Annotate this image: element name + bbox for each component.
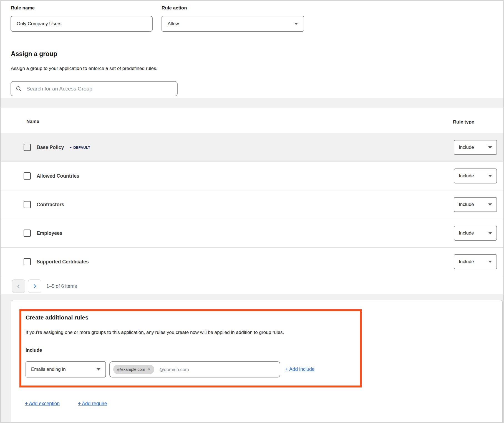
chevron-down-icon [488,261,492,263]
add-include-link[interactable]: + Add include [285,366,315,372]
include-value-input[interactable]: @example.com ✕ [109,361,280,377]
rule-type-value: Include [459,145,474,150]
rule-action-dropdown[interactable]: Allow [162,16,304,32]
name-column-header: Name [26,119,39,124]
chevron-down-icon [488,175,492,177]
table-row: EmployeesInclude [1,219,503,247]
rule-type-dropdown[interactable]: Include [454,226,497,241]
pagination-next-button[interactable] [28,280,41,293]
assign-group-description: Assign a group to your application to en… [11,66,157,71]
group-name-label: Employees [37,230,62,236]
chevron-down-icon [488,232,492,234]
group-table: Name Rule type Base Policy•DEFAULTInclud… [1,108,503,276]
chevron-down-icon [488,203,492,206]
group-name-label: Allowed Countries [37,173,79,179]
search-input[interactable] [26,85,173,92]
email-domain-chip: @example.com ✕ [113,365,154,374]
row-checkbox[interactable] [24,258,31,265]
bullet-icon: • [70,146,72,149]
pagination-prev-button[interactable] [12,280,25,293]
close-icon[interactable]: ✕ [148,367,150,371]
row-checkbox[interactable] [24,144,31,151]
rule-type-value: Include [459,202,474,207]
rule-type-value: Include [459,173,474,179]
chip-label: @example.com [117,367,145,372]
assign-group-heading: Assign a group [11,50,57,58]
additional-rules-card: Create additional rules If you're assign… [11,300,503,423]
chevron-right-icon [33,284,36,288]
add-require-link[interactable]: + Add require [78,401,107,407]
rule-type-column-header: Rule type [453,119,474,125]
rule-action-label: Rule action [162,5,187,11]
group-name-label: Supported Certificates [37,259,89,265]
table-row: Allowed CountriesInclude [1,162,503,190]
rule-type-value: Include [459,259,474,265]
row-checkbox[interactable] [24,172,31,180]
rule-name-input-field[interactable] [16,21,147,27]
group-table-rows: Base Policy•DEFAULTIncludeAllowed Countr… [1,133,503,276]
pagination-status: 1–5 of 6 items [46,283,77,289]
rule-type-dropdown[interactable]: Include [454,140,497,155]
default-badge-label: DEFAULT [73,145,90,150]
chevron-down-icon [294,23,298,25]
rule-type-dropdown[interactable]: Include [454,254,497,269]
access-rule-settings-page: Rule name Rule action Allow Assign a gro… [0,0,504,423]
row-checkbox[interactable] [24,201,31,208]
rule-type-dropdown[interactable]: Include [454,197,497,212]
group-table-header: Name Rule type [1,108,503,133]
include-selector-value: Emails ending in [31,367,66,372]
row-checkbox[interactable] [24,230,31,237]
add-exception-link[interactable]: + Add exception [25,401,60,407]
table-row: Supported CertificatesInclude [1,247,503,276]
search-icon [16,85,22,92]
table-row: ContractorsInclude [1,190,503,219]
include-selector-dropdown[interactable]: Emails ending in [26,361,106,377]
include-label: Include [26,348,42,353]
chevron-down-icon [488,146,492,148]
default-badge: •DEFAULT [70,145,90,150]
table-row: Base Policy•DEFAULTInclude [1,133,503,162]
domain-input-field[interactable] [159,367,276,372]
additional-rules-heading: Create additional rules [26,314,88,321]
group-name-label: Contractors [37,202,64,208]
rule-name-input[interactable] [11,16,153,32]
additional-rules-description: If you're assigning one or more groups t… [26,330,284,335]
rule-type-value: Include [459,230,474,236]
group-name-label: Base Policy [37,145,64,150]
rule-type-dropdown[interactable]: Include [454,168,497,183]
chevron-down-icon [97,368,100,371]
rule-action-value: Allow [168,21,179,27]
chevron-left-icon [17,284,20,288]
access-group-search[interactable] [11,81,178,96]
rule-name-label: Rule name [11,5,35,11]
